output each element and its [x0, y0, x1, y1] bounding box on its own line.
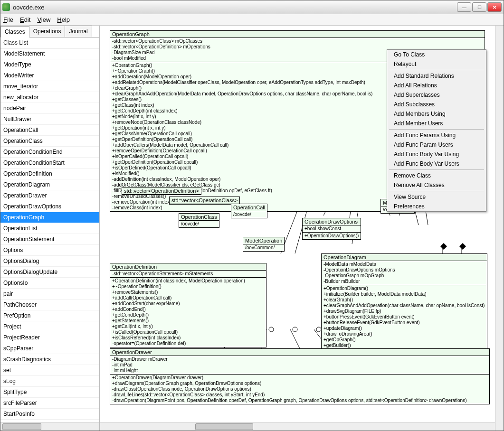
uml-operation-diagram[interactable]: OperationDiagram -ModelData mModelData-O…: [321, 253, 487, 361]
canvas-vscroll[interactable]: [495, 26, 504, 431]
menu-item[interactable]: Add Func Body Var Using: [387, 150, 486, 159]
list-item[interactable]: OperationDefinition: [0, 169, 99, 179]
list-item[interactable]: pair: [0, 289, 99, 300]
tab-classes[interactable]: Classes: [0, 26, 29, 37]
list-item[interactable]: OperationGraph: [0, 212, 99, 223]
list-item[interactable]: NullDrawer: [0, 114, 99, 125]
list-item[interactable]: sLog: [0, 376, 99, 387]
list-item[interactable]: OperationConditionStart: [0, 158, 99, 169]
class-list-header: Class List: [0, 37, 99, 48]
list-item[interactable]: ModelWriter: [0, 70, 99, 81]
menu-item[interactable]: Add Func Body Var Users: [387, 159, 486, 169]
menu-item[interactable]: Add Standard Relations: [387, 71, 486, 81]
list-item[interactable]: ModelType: [0, 59, 99, 70]
menu-item[interactable]: Add Superclasses: [387, 90, 486, 100]
uml-operation-class[interactable]: OperationClass /oovcde/: [179, 213, 219, 228]
list-item[interactable]: OperationDrawer: [0, 190, 99, 201]
menu-item[interactable]: Add Func Params Using: [387, 131, 486, 140]
svg-marker-39: [459, 243, 466, 250]
diagram-area: OperationGraph -std::vector<OperationCla…: [100, 26, 495, 431]
list-item[interactable]: StartPosInfo: [0, 409, 99, 420]
titlebar: oovcde.exe — ☐ ✕: [0, 0, 504, 14]
svg-line-18: [290, 329, 300, 348]
list-item[interactable]: OperationCall: [0, 125, 99, 136]
list-item[interactable]: srcFileParser: [0, 398, 99, 409]
menu-item[interactable]: Go To Class: [387, 50, 486, 59]
menu-item[interactable]: Add Member Users: [387, 119, 486, 128]
uml-vector-opdef[interactable]: std::vector<OperationDefinition>: [122, 187, 201, 195]
menu-item[interactable]: Remove Class: [387, 171, 486, 180]
list-item[interactable]: Options: [0, 245, 99, 256]
app-icon: [2, 3, 10, 11]
list-item[interactable]: SplitType: [0, 387, 99, 398]
uml-vector-opclass[interactable]: std::vector<OperationClass>: [169, 197, 240, 205]
menu-help[interactable]: Help: [57, 16, 70, 23]
tab-operations[interactable]: Operations: [29, 26, 66, 37]
list-item[interactable]: new_allocator: [0, 92, 99, 103]
context-menu[interactable]: Go To ClassRelayoutAdd Standard Relation…: [387, 49, 486, 212]
app-window: oovcde.exe — ☐ ✕ File Edit View Help Cla…: [0, 0, 504, 431]
list-item[interactable]: OptionsDialog: [0, 256, 99, 267]
menu-item[interactable]: Add Func Param Users: [387, 140, 486, 150]
menu-item[interactable]: Relayout: [387, 59, 486, 69]
list-item[interactable]: PrefOption: [0, 310, 99, 321]
list-item[interactable]: OperationDrawOptions: [0, 201, 99, 212]
svg-point-35: [293, 327, 297, 332]
maximize-button[interactable]: ☐: [472, 2, 486, 12]
sidebar: Classes Operations Journal Class List Mo…: [0, 26, 100, 431]
uml-operation-drawer[interactable]: OperationDrawer -DiagramDrawer mDrawer-i…: [110, 348, 490, 404]
close-button[interactable]: ✕: [487, 2, 502, 12]
list-item[interactable]: OperationDiagram: [0, 179, 99, 190]
uml-model-operation[interactable]: ModelOperation /oovCommon/: [243, 237, 285, 252]
list-item[interactable]: move_iterator: [0, 81, 99, 92]
list-item[interactable]: ModelStatement: [0, 48, 99, 59]
tab-journal[interactable]: Journal: [65, 26, 92, 37]
menu-item[interactable]: View Source: [387, 192, 486, 202]
svg-point-36: [316, 327, 321, 332]
menu-file[interactable]: File: [3, 16, 13, 23]
list-item[interactable]: sCppParser: [0, 343, 99, 354]
list-item[interactable]: OptionsIo: [0, 278, 99, 289]
list-item[interactable]: ProjectReader: [0, 332, 99, 343]
list-item[interactable]: OperationList: [0, 223, 99, 234]
menu-edit[interactable]: Edit: [20, 16, 30, 23]
menu-item[interactable]: Add Subclasses: [387, 100, 486, 109]
list-item[interactable]: sCrashDiagnostics: [0, 354, 99, 365]
uml-operation-definition[interactable]: OperationDefinition -std::vector<Operati…: [110, 263, 266, 347]
svg-point-34: [269, 327, 274, 332]
list-item[interactable]: OperationClass: [0, 136, 99, 147]
canvas-hscroll[interactable]: [100, 422, 495, 431]
window-title: oovcde.exe: [13, 4, 457, 11]
uml-operation-call[interactable]: OperationCall /oovcde/: [231, 204, 267, 218]
menubar: File Edit View Help: [0, 14, 504, 26]
list-item[interactable]: nodePair: [0, 103, 99, 114]
sidebar-hscroll[interactable]: [0, 422, 99, 431]
list-item[interactable]: OperationStatement: [0, 234, 99, 245]
minimize-button[interactable]: —: [457, 2, 471, 12]
svg-marker-38: [440, 243, 447, 250]
list-item[interactable]: OperationConditionEnd: [0, 147, 99, 158]
menu-item[interactable]: Remove All Classes: [387, 180, 486, 190]
class-list[interactable]: ModelStatementModelTypeModelWritermove_i…: [0, 48, 99, 422]
list-item[interactable]: Project: [0, 321, 99, 332]
menu-item[interactable]: Add Members Using: [387, 109, 486, 119]
uml-draw-options[interactable]: OperationDrawOptions +bool showConst +Op…: [302, 218, 361, 240]
menu-item[interactable]: Preferences: [387, 202, 486, 211]
list-item[interactable]: OptionsDialogUpdate: [0, 267, 99, 278]
menu-view[interactable]: View: [37, 16, 50, 23]
menu-item[interactable]: Add All Relations: [387, 81, 486, 90]
list-item[interactable]: PathChooser: [0, 300, 99, 310]
list-item[interactable]: set: [0, 365, 99, 376]
